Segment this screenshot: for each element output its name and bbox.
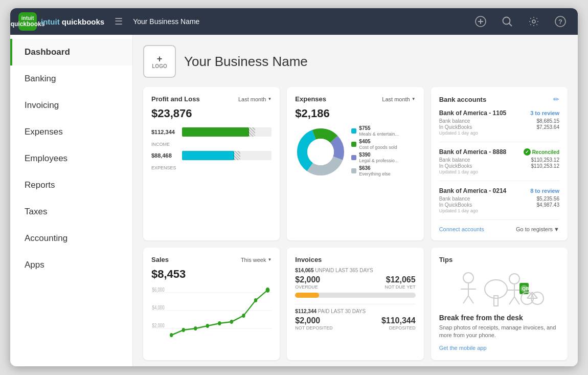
business-title: Your Business Name — [184, 54, 308, 70]
unpaid-section: $14,065 UNPAID LAST 365 DAYS $2,000 OVER… — [295, 268, 415, 298]
business-header: + LOGO Your Business Name — [143, 45, 568, 78]
settings-button[interactable] — [525, 12, 543, 31]
invoice-divider — [295, 304, 415, 304]
bank-card-header: Bank accounts ✏ — [439, 95, 559, 103]
sidebar-item-invoicing[interactable]: Invoicing — [10, 92, 132, 119]
income-label: INCOME — [151, 142, 272, 147]
expenses-amount: $2,186 — [295, 107, 415, 120]
svg-line-39 — [509, 297, 514, 304]
svg-text:$2,000: $2,000 — [152, 323, 165, 328]
overdue-bar-fill — [295, 293, 319, 298]
logo-text: LOGO — [152, 63, 167, 69]
bank-account-1105: Bank of America - 1105 3 to review Bank … — [439, 109, 559, 142]
logo-placeholder[interactable]: + LOGO — [143, 45, 176, 78]
sidebar-item-apps[interactable]: Apps — [10, 252, 132, 278]
bank-account-0214: Bank of America - 0214 8 to review Bank … — [439, 187, 559, 220]
legend-label-2: Cost of goods sold — [359, 145, 397, 150]
svg-point-36 — [509, 274, 519, 284]
sidebar-item-dashboard[interactable]: Dashboard — [10, 39, 132, 65]
sidebar-item-employees[interactable]: Employees — [10, 145, 132, 172]
pnl-filter[interactable]: Last month — [238, 96, 272, 102]
legend-item-4: $636 Everything else — [351, 165, 415, 177]
hamburger-icon[interactable]: ☰ — [115, 16, 123, 27]
logo-area: intuitquickbooks intuit quickbooks — [18, 12, 104, 31]
main-layout: Dashboard Banking Invoicing Expenses Emp… — [10, 35, 578, 366]
bank-8888-qb: In QuickBooks $110,253.12 — [439, 163, 559, 169]
legend-label-1: Meals & entertain... — [359, 131, 399, 137]
legend-dot-2 — [351, 142, 356, 147]
bank-edit-icon[interactable]: ✏ — [553, 95, 559, 103]
sidebar: Dashboard Banking Invoicing Expenses Emp… — [10, 35, 133, 366]
sidebar-item-reports[interactable]: Reports — [10, 172, 132, 198]
legend-label-3: Legal & professio... — [359, 158, 398, 163]
tips-title: Tips — [439, 256, 453, 263]
top-nav: intuitquickbooks intuit quickbooks ☰ You… — [10, 8, 578, 35]
reconciled-icon: ✓ — [524, 148, 531, 156]
bank-0214-qb: In QuickBooks $4,987.43 — [439, 202, 559, 208]
bank-account-0214-status[interactable]: 8 to review — [530, 188, 559, 194]
svg-point-25 — [230, 320, 233, 324]
deposited-amount: $110,344 — [381, 316, 416, 325]
overdue-amount: $2,000 — [295, 275, 320, 284]
legend-dot-4 — [351, 168, 356, 173]
svg-point-26 — [242, 314, 245, 318]
bank-account-1105-status[interactable]: 3 to review — [530, 110, 559, 116]
sales-filter[interactable]: This week — [241, 257, 272, 263]
bank-0214-balance: Bank balance $5,235.56 — [439, 196, 559, 202]
tips-visual: QB — [439, 268, 559, 308]
expenses-bar-fill — [182, 151, 234, 160]
expenses-card-header: Expenses Last month — [295, 95, 415, 103]
brand-name: intuit quickbooks — [41, 17, 104, 26]
unpaid-total: $14,065 — [295, 268, 313, 273]
legend-item-2: $405 Cost of goods sold — [351, 139, 415, 150]
svg-point-13 — [307, 139, 334, 165]
pnl-card-header: Profit and Loss Last month — [151, 95, 272, 103]
bank-account-8888: Bank of America - 8888 ✓ Reconciled Bank… — [439, 148, 559, 181]
legend-amount-1: $755 — [359, 125, 399, 131]
bank-8888-balance: Bank balance $110,253.12 — [439, 157, 559, 163]
deposited-label: DEPOSITED — [381, 325, 416, 330]
sales-card-header: Sales This week — [151, 256, 272, 263]
bank-account-8888-row1: Bank of America - 8888 ✓ Reconciled — [439, 148, 559, 156]
expenses-bar-amount: $88,468 — [151, 152, 178, 159]
svg-line-33 — [468, 296, 473, 303]
invoices-card: Invoices $14,065 UNPAID LAST 365 DAYS $2… — [287, 248, 423, 360]
sidebar-item-taxes[interactable]: Taxes — [10, 198, 132, 225]
expenses-bar-row: $88,468 — [151, 151, 272, 160]
legend-amount-4: $636 — [359, 165, 391, 171]
go-registers-link[interactable]: Go to registers ▼ — [516, 226, 559, 232]
paid-section: $112,344 PAID LAST 30 DAYS $2,000 NOT DE… — [295, 308, 415, 330]
expenses-label: EXPENSES — [151, 165, 272, 170]
income-amount: $112,344 — [151, 129, 178, 135]
bank-1105-updated: Updated 1 day ago — [439, 130, 559, 136]
tips-mobile-link[interactable]: Get the mobile app — [439, 345, 487, 351]
bank-accounts-card: Bank accounts ✏ Bank of America - 1105 3… — [431, 87, 568, 240]
svg-point-5 — [532, 20, 535, 23]
sidebar-item-accounting[interactable]: Accounting — [10, 225, 132, 252]
invoice-amounts-row: $2,000 OVERDUE $12,065 NOT DUE YET — [295, 275, 415, 290]
svg-point-3 — [503, 17, 510, 25]
svg-text:$4,000: $4,000 — [152, 305, 165, 311]
content-area: + LOGO Your Business Name Profit and Los… — [133, 35, 578, 366]
expenses-filter[interactable]: Last month — [382, 96, 415, 102]
tips-card-header: Tips — [439, 256, 559, 263]
sidebar-item-expenses[interactable]: Expenses — [10, 119, 132, 145]
search-button[interactable] — [498, 12, 516, 31]
svg-point-20 — [170, 333, 173, 337]
legend-dot-1 — [351, 128, 356, 134]
svg-text:QB: QB — [522, 286, 529, 291]
sidebar-item-banking[interactable]: Banking — [10, 65, 132, 92]
sales-title: Sales — [151, 256, 169, 263]
add-button[interactable] — [471, 12, 490, 31]
svg-point-29 — [463, 273, 473, 283]
bank-account-1105-row1: Bank of America - 1105 3 to review — [439, 109, 559, 117]
bank-footer: Connect accounts Go to registers ▼ — [439, 226, 559, 232]
income-bar-hatch — [248, 127, 255, 137]
tips-card: Tips — [431, 248, 568, 360]
help-button[interactable]: ? — [551, 12, 570, 31]
svg-line-32 — [463, 296, 468, 303]
bank-account-0214-row1: Bank of America - 0214 8 to review — [439, 187, 559, 194]
connect-accounts-link[interactable]: Connect accounts — [439, 226, 484, 232]
bank-account-1105-name: Bank of America - 1105 — [439, 109, 507, 117]
not-due-amount: $12,065 — [385, 275, 415, 284]
